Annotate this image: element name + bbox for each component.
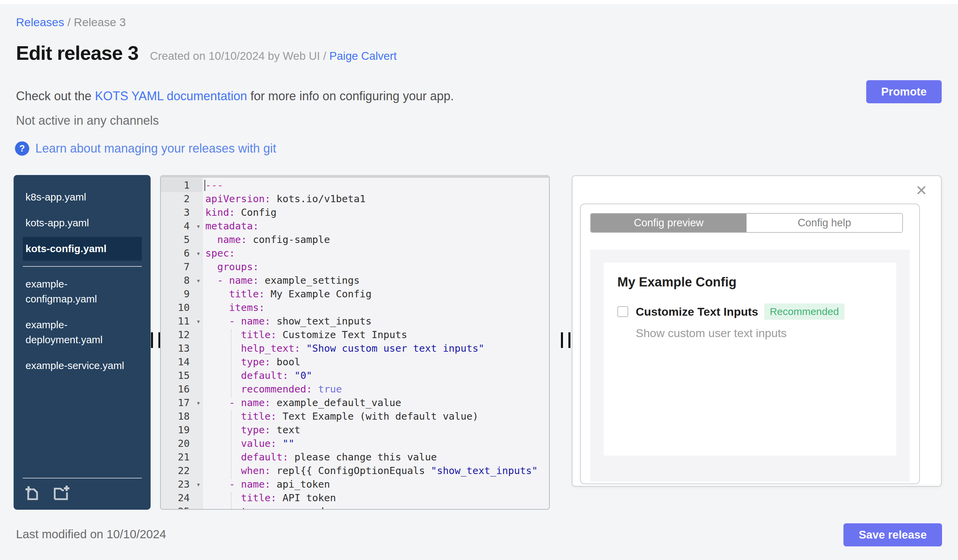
kots-yaml-doc-link[interactable]: KOTS YAML documentation bbox=[95, 89, 247, 103]
file-item-example-deployment.yaml[interactable]: example-deployment.yaml bbox=[23, 313, 142, 352]
created-on-text: Created on 10/10/2024 by Web UI / bbox=[150, 50, 330, 62]
config-item-row: Customize Text Inputs Recommended bbox=[617, 304, 844, 320]
fold-arrow-icon[interactable]: ▾ bbox=[196, 274, 201, 288]
config-checkbox[interactable] bbox=[617, 306, 628, 317]
code-text: title: Text Example (with default value) bbox=[203, 410, 478, 423]
code-line-13[interactable]: 13 help_text: "Show custom user text inp… bbox=[161, 342, 549, 355]
line-number: 3 bbox=[161, 206, 203, 219]
page-title: Edit release 3 bbox=[16, 41, 138, 64]
help-question-icon[interactable]: ? bbox=[15, 141, 29, 156]
config-preview-area: My Example Config Customize Text Inputs … bbox=[590, 250, 910, 481]
breadcrumb-separator: / bbox=[64, 16, 74, 28]
line-number: 22 bbox=[161, 464, 203, 478]
tab-config-preview[interactable]: Config preview bbox=[591, 214, 747, 232]
line-number: 10 bbox=[161, 301, 203, 314]
config-item-help-text: Show custom user text inputs bbox=[636, 327, 787, 340]
code-text: --- bbox=[203, 179, 223, 192]
code-text: when: repl{{ ConfigOptionEquals "show_te… bbox=[203, 464, 538, 478]
line-number: 17▾ bbox=[161, 396, 203, 410]
line-number: 13 bbox=[161, 342, 203, 355]
resize-handle-left[interactable] bbox=[151, 332, 160, 348]
learn-row: ? Learn about managing your releases wit… bbox=[15, 141, 276, 156]
code-line-12[interactable]: 12 title: Customize Text Inputs bbox=[161, 328, 549, 342]
file-item-kots-config.yaml[interactable]: kots-config.yaml bbox=[23, 237, 142, 261]
code-line-25[interactable]: 25 type: password bbox=[161, 505, 549, 510]
channel-status: Not active in any channels bbox=[16, 114, 159, 128]
save-release-button[interactable]: Save release bbox=[844, 523, 942, 546]
code-line-15[interactable]: 15 default: "0" bbox=[161, 369, 549, 382]
doc-line: Check out the KOTS YAML documentation fo… bbox=[16, 89, 454, 103]
code-line-1[interactable]: 1--- bbox=[161, 179, 549, 192]
code-line-7[interactable]: 7 groups: bbox=[161, 260, 549, 274]
config-inner-card: Config preview Config help My Example Co… bbox=[580, 204, 920, 484]
code-text: spec: bbox=[203, 246, 235, 260]
code-text: title: My Example Config bbox=[203, 287, 371, 301]
line-number: 2 bbox=[161, 192, 203, 206]
resize-handle-right[interactable] bbox=[561, 332, 571, 348]
file-item-kots-app.yaml[interactable]: kots-app.yaml bbox=[23, 211, 142, 235]
line-number: 19 bbox=[161, 423, 203, 437]
config-group-title: My Example Config bbox=[617, 275, 737, 289]
code-line-17[interactable]: 17▾ - name: example_default_value bbox=[161, 396, 549, 410]
code-text: - name: example_settings bbox=[203, 274, 360, 287]
file-item-k8s-app.yaml[interactable]: k8s-app.yaml bbox=[23, 185, 142, 209]
fold-arrow-icon[interactable]: ▾ bbox=[196, 396, 201, 410]
code-text: type: password bbox=[203, 505, 324, 510]
code-line-14[interactable]: 14 type: bool bbox=[161, 355, 549, 369]
code-line-16[interactable]: 16 recommended: true bbox=[161, 382, 549, 396]
code-line-24[interactable]: 24 title: API token bbox=[161, 491, 549, 505]
git-releases-link[interactable]: Learn about managing your releases with … bbox=[35, 141, 276, 156]
code-text: name: config-sample bbox=[203, 233, 330, 246]
code-line-10[interactable]: 10 items: bbox=[161, 301, 549, 314]
code-text: title: Customize Text Inputs bbox=[203, 328, 407, 342]
sidebar-bottom-divider bbox=[23, 478, 142, 478]
code-text: - name: show_text_inputs bbox=[203, 314, 371, 328]
code-text: metadata: bbox=[203, 219, 259, 233]
code-text: - name: api_token bbox=[203, 478, 330, 491]
code-line-2[interactable]: 2apiVersion: kots.io/v1beta1 bbox=[161, 192, 549, 206]
add-file-icon[interactable] bbox=[24, 484, 42, 502]
code-text: default: please change this value bbox=[203, 450, 437, 464]
code-line-8[interactable]: 8▾ - name: example_settings bbox=[161, 274, 549, 287]
code-line-19[interactable]: 19 type: text bbox=[161, 423, 549, 437]
fold-arrow-icon[interactable]: ▾ bbox=[196, 220, 201, 233]
tab-config-help[interactable]: Config help bbox=[747, 214, 902, 232]
code-line-18[interactable]: 18 title: Text Example (with default val… bbox=[161, 410, 549, 423]
last-modified-text: Last modified on 10/10/2024 bbox=[16, 527, 166, 541]
recommended-badge: Recommended bbox=[764, 304, 844, 320]
author-link[interactable]: Paige Calvert bbox=[330, 50, 397, 62]
line-number: 14 bbox=[161, 355, 203, 369]
code-text: type: bool bbox=[203, 355, 300, 369]
code-line-23[interactable]: 23▾ - name: api_token bbox=[161, 478, 549, 491]
code-line-20[interactable]: 20 value: "" bbox=[161, 437, 549, 450]
fold-arrow-icon[interactable]: ▾ bbox=[196, 247, 201, 260]
fold-arrow-icon[interactable]: ▾ bbox=[196, 315, 201, 328]
config-tabbar: Config preview Config help bbox=[590, 213, 903, 233]
fold-arrow-icon[interactable]: ▾ bbox=[196, 478, 201, 491]
code-line-21[interactable]: 21 default: please change this value bbox=[161, 450, 549, 464]
line-number: 16 bbox=[161, 382, 203, 396]
file-item-example-service.yaml[interactable]: example-service.yaml bbox=[23, 354, 142, 378]
close-icon[interactable]: ✕ bbox=[915, 184, 928, 198]
code-line-3[interactable]: 3kind: Config bbox=[161, 206, 549, 219]
breadcrumb: Releases / Release 3 bbox=[16, 16, 126, 29]
code-line-11[interactable]: 11▾ - name: show_text_inputs bbox=[161, 314, 549, 328]
promote-button[interactable]: Promote bbox=[866, 80, 942, 103]
code-line-22[interactable]: 22 when: repl{{ ConfigOptionEquals "show… bbox=[161, 464, 549, 478]
code-line-9[interactable]: 9 title: My Example Config bbox=[161, 287, 549, 301]
code-text: apiVersion: kots.io/v1beta1 bbox=[203, 192, 365, 206]
file-sidebar: k8s-app.yamlkots-app.yamlkots-config.yam… bbox=[14, 175, 151, 510]
file-list-divider bbox=[23, 266, 142, 267]
config-item-label: Customize Text Inputs bbox=[636, 305, 758, 318]
line-number: 25 bbox=[161, 505, 203, 510]
file-item-example-configmap.yaml[interactable]: example-configmap.yaml bbox=[23, 272, 142, 311]
add-folder-icon[interactable] bbox=[52, 484, 70, 502]
line-number: 4▾ bbox=[161, 219, 203, 233]
code-line-4[interactable]: 4▾metadata: bbox=[161, 219, 549, 233]
code-line-6[interactable]: 6▾spec: bbox=[161, 246, 549, 260]
breadcrumb-current: Release 3 bbox=[74, 16, 126, 28]
yaml-editor[interactable]: 1---2apiVersion: kots.io/v1beta13kind: C… bbox=[160, 175, 550, 510]
code-text: type: text bbox=[203, 423, 300, 437]
code-line-5[interactable]: 5 name: config-sample bbox=[161, 233, 549, 246]
breadcrumb-releases-link[interactable]: Releases bbox=[16, 16, 64, 28]
